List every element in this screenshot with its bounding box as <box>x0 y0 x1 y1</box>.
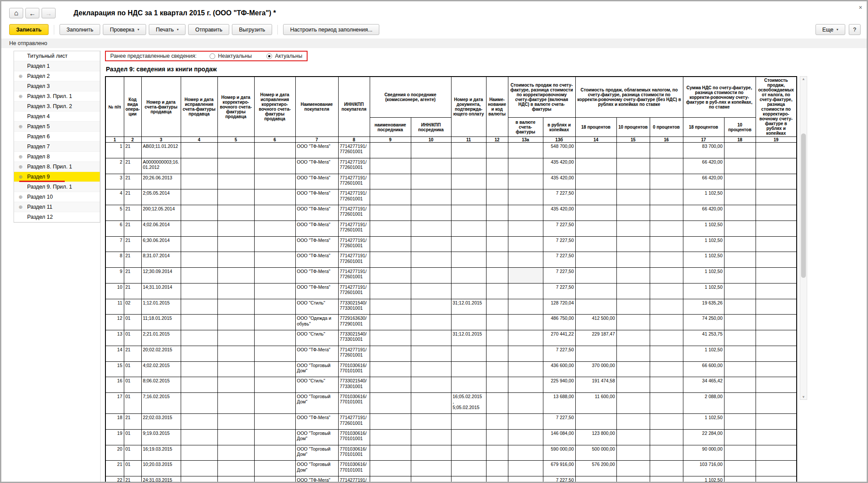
table-cell[interactable] <box>616 299 650 315</box>
table-cell[interactable] <box>486 252 508 268</box>
sidebar-item-раздел-11[interactable]: ⊕Раздел 11 <box>14 202 100 212</box>
table-cell[interactable] <box>650 189 683 205</box>
back-button[interactable]: ← <box>25 8 39 18</box>
table-cell[interactable]: 679 916,00 <box>543 461 575 476</box>
save-button[interactable]: Записать <box>9 24 49 35</box>
table-cell[interactable] <box>724 361 756 377</box>
expand-icon[interactable]: ⊕ <box>14 74 27 79</box>
table-cell[interactable] <box>217 429 254 445</box>
table-cell[interactable] <box>370 429 411 445</box>
table-cell[interactable] <box>724 414 756 430</box>
table-cell[interactable] <box>756 445 797 461</box>
table-cell[interactable] <box>486 476 508 483</box>
table-cell[interactable] <box>508 299 543 315</box>
table-cell[interactable]: 191 474,58 <box>575 377 616 393</box>
table-cell[interactable]: 12;30.09.2014 <box>141 268 181 284</box>
table-cell[interactable] <box>756 299 797 315</box>
table-cell[interactable] <box>486 346 508 361</box>
table-cell[interactable]: 1 102,50 <box>683 268 724 284</box>
table-cell[interactable] <box>254 268 295 284</box>
table-cell[interactable] <box>254 414 295 430</box>
table-cell[interactable]: 01 <box>124 429 141 445</box>
table-cell[interactable] <box>724 393 756 414</box>
table-cell[interactable]: 7 <box>105 236 124 252</box>
table-cell[interactable]: 7 227,50 <box>543 220 575 236</box>
table-cell[interactable] <box>616 393 650 414</box>
table-cell[interactable] <box>650 377 683 393</box>
table-cell[interactable]: ООО "ТФ-Мега" <box>295 205 338 221</box>
table-cell[interactable] <box>181 174 217 189</box>
table-cell[interactable] <box>616 220 650 236</box>
sidebar-item-раздел-5[interactable]: ⊕Раздел 5 <box>14 122 100 132</box>
table-cell[interactable] <box>254 476 295 483</box>
table-cell[interactable] <box>575 268 616 284</box>
table-cell[interactable] <box>217 361 254 377</box>
table-cell[interactable] <box>411 315 451 330</box>
table-cell[interactable]: 7 227,50 <box>543 283 575 299</box>
table-cell[interactable]: 2 <box>105 158 124 174</box>
table-cell[interactable] <box>486 445 508 461</box>
table-cell[interactable]: ООО "Торговый Дом" <box>295 393 338 414</box>
table-cell[interactable] <box>181 361 217 377</box>
radio-option-актуальны[interactable]: Актуальны <box>266 53 302 59</box>
table-cell[interactable] <box>411 377 451 393</box>
table-cell[interactable] <box>451 220 486 236</box>
table-cell[interactable]: 22;02.03.2015 <box>141 414 181 430</box>
sidebar-item-раздел-8-прил-1[interactable]: ⊕Раздел 8. Прил. 1 <box>14 162 100 172</box>
table-cell[interactable]: 21 <box>124 414 141 430</box>
table-cell[interactable]: 11 600,00 <box>575 393 616 414</box>
table-cell[interactable] <box>451 174 486 189</box>
table-cell[interactable] <box>181 220 217 236</box>
table-cell[interactable] <box>411 330 451 346</box>
table-cell[interactable] <box>451 189 486 205</box>
table-cell[interactable] <box>650 330 683 346</box>
table-cell[interactable]: 1 102,50 <box>683 346 724 361</box>
table-cell[interactable] <box>181 299 217 315</box>
expand-icon[interactable]: ⊕ <box>14 124 27 130</box>
table-cell[interactable] <box>724 236 756 252</box>
table-cell[interactable]: 435 420,00 <box>543 158 575 174</box>
table-cell[interactable] <box>181 158 217 174</box>
table-cell[interactable] <box>411 429 451 445</box>
table-cell[interactable] <box>254 283 295 299</box>
send-button[interactable]: Отправить <box>188 24 229 35</box>
expand-icon[interactable]: ⊕ <box>14 164 27 170</box>
sidebar-item-раздел-9-прил-1[interactable]: Раздел 9. Прил. 1 <box>14 182 100 192</box>
table-cell[interactable] <box>254 189 295 205</box>
table-cell[interactable]: 13 688,00 <box>543 393 575 414</box>
table-cell[interactable] <box>217 461 254 476</box>
table-cell[interactable] <box>616 268 650 284</box>
table-cell[interactable] <box>756 205 797 221</box>
table-cell[interactable] <box>451 361 486 377</box>
table-cell[interactable]: 8;06.02.2015 <box>141 377 181 393</box>
table-cell[interactable]: 7714277191/772601001 <box>338 143 370 158</box>
table-cell[interactable] <box>411 189 451 205</box>
table-cell[interactable] <box>575 189 616 205</box>
table-cell[interactable] <box>575 158 616 174</box>
table-cell[interactable] <box>650 346 683 361</box>
table-cell[interactable] <box>650 393 683 414</box>
close-icon[interactable]: × <box>859 4 862 11</box>
table-cell[interactable] <box>724 299 756 315</box>
table-cell[interactable] <box>756 268 797 284</box>
table-cell[interactable]: 21 <box>124 476 141 483</box>
table-cell[interactable]: 1 102,50 <box>683 220 724 236</box>
table-cell[interactable]: 7714277191/772601001 <box>338 414 370 430</box>
table-cell[interactable] <box>486 283 508 299</box>
table-cell[interactable]: 225 940,00 <box>543 377 575 393</box>
table-cell[interactable] <box>451 476 486 483</box>
table-cell[interactable] <box>370 205 411 221</box>
table-cell[interactable]: 7714277191/772601001 <box>338 476 370 483</box>
table-cell[interactable] <box>756 414 797 430</box>
table-cell[interactable]: 15 <box>105 361 124 377</box>
sidebar-item-раздел-12[interactable]: Раздел 12 <box>14 212 100 222</box>
table-cell[interactable]: 7701030616/770101001 <box>338 445 370 461</box>
check-button[interactable]: Проверка▾ <box>103 24 146 35</box>
table-cell[interactable] <box>254 143 295 158</box>
table-cell[interactable]: 19 635,26 <box>683 299 724 315</box>
table-cell[interactable]: ООО "ТФ-Мега" <box>295 236 338 252</box>
table-cell[interactable] <box>254 377 295 393</box>
table-cell[interactable] <box>217 252 254 268</box>
table-cell[interactable] <box>411 236 451 252</box>
table-cell[interactable] <box>724 189 756 205</box>
